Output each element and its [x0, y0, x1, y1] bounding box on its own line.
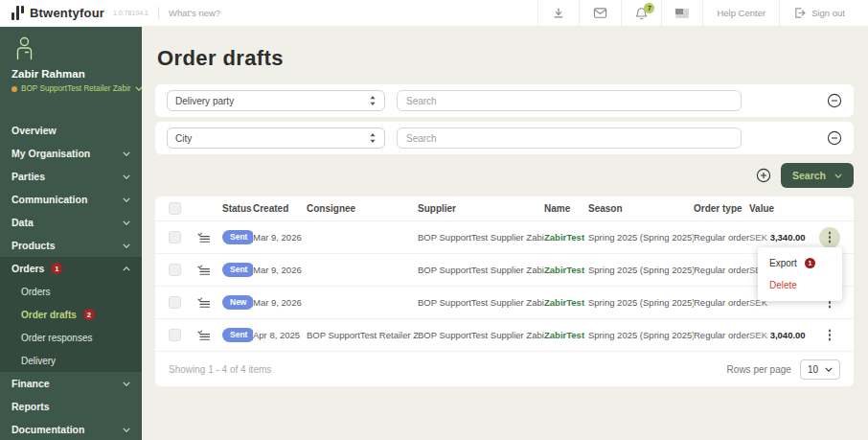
rows-per-page-select[interactable]: 10: [800, 359, 840, 380]
created-cell: Apr 8, 2025: [253, 330, 307, 340]
created-cell: Mar 9, 2026: [253, 297, 307, 308]
user-avatar-icon: [11, 35, 37, 61]
chevron-down-icon: [123, 428, 130, 432]
download-icon[interactable]: [537, 0, 579, 26]
sidebar-item-reports[interactable]: Reports: [0, 395, 142, 418]
table-header-row: Status Created Consignee Supplier Name S…: [155, 197, 854, 221]
org-selector[interactable]: BOP SupportTest Retailer Zabir: [11, 84, 130, 93]
chevron-down-icon: [825, 367, 833, 372]
sidebar: Zabir Rahman BOP SupportTest Retailer Za…: [0, 27, 142, 440]
order-type-cell: Regular order: [694, 265, 749, 275]
sidebar-subitem-delivery[interactable]: Delivery: [0, 349, 142, 372]
column-header-consignee: Consignee: [307, 203, 418, 214]
sidebar-item-my-organisation[interactable]: My Organisation: [0, 142, 142, 165]
whats-new-link[interactable]: What's new?: [169, 8, 220, 18]
chevron-up-icon: [123, 266, 130, 271]
row-checkbox[interactable]: [169, 264, 181, 276]
orders-count-badge: 1: [51, 263, 62, 274]
order-lines-icon[interactable]: [197, 265, 222, 276]
topbar: Btwentyfour 1.0.78104.1 What's new? 7 He…: [0, 0, 868, 27]
filter-field-select[interactable]: Delivery party: [167, 90, 385, 111]
sidebar-item-communication[interactable]: Communication: [0, 188, 142, 211]
chevron-down-icon: [135, 86, 142, 91]
sidebar-subitem-order-drafts[interactable]: Order drafts2: [0, 303, 142, 326]
created-cell: Mar 9, 2026: [253, 265, 307, 275]
remove-filter-icon[interactable]: [827, 130, 842, 146]
sidebar-subitem-orders[interactable]: Orders: [0, 280, 142, 303]
order-lines-icon[interactable]: [197, 330, 222, 341]
row-checkbox[interactable]: [169, 329, 181, 341]
brand-logo-icon: [11, 6, 24, 20]
order-name-link[interactable]: ZabirTest: [544, 232, 584, 243]
order-type-cell: Regular order: [694, 232, 749, 243]
row-menu-button[interactable]: [819, 227, 840, 248]
table-row: Sent Mar 9, 2026 BOP SupportTest Supplie…: [155, 221, 854, 254]
table-footer: Showing 1 - 4 of 4 items Rows per page 1…: [155, 352, 854, 386]
season-cell: Spring 2025 (Spring 2025): [588, 265, 694, 275]
supplier-cell: BOP SupportTest Supplier Zabir: [418, 330, 544, 340]
rows-per-page-label: Rows per page: [727, 364, 791, 375]
filter-field-select[interactable]: City: [167, 127, 385, 149]
sidebar-item-products[interactable]: Products: [0, 234, 142, 257]
order-name-link[interactable]: ZabirTest: [544, 297, 584, 308]
row-menu-button[interactable]: [819, 325, 840, 346]
export-menu-item[interactable]: Export 1: [758, 252, 842, 274]
chevron-down-icon: [123, 151, 130, 156]
select-all-checkbox[interactable]: [169, 202, 181, 215]
select-arrows-icon: [369, 96, 377, 105]
remove-filter-icon[interactable]: [827, 93, 842, 108]
column-header-supplier: Supplier: [418, 203, 544, 214]
order-lines-icon[interactable]: [197, 232, 222, 243]
chevron-down-icon: [123, 197, 130, 202]
help-center-link[interactable]: Help Center: [702, 0, 779, 26]
user-name: Zabir Rahman: [11, 68, 130, 80]
notifications-bell-icon[interactable]: 7: [621, 0, 661, 26]
sidebar-nav: Overview My Organisation Parties Communi…: [0, 119, 142, 440]
sidebar-item-documentation[interactable]: Documentation: [0, 418, 142, 440]
season-cell: Spring 2025 (Spring 2025): [588, 232, 694, 243]
column-header-order-type: Order type: [694, 203, 749, 214]
sidebar-item-orders[interactable]: Orders1: [0, 257, 142, 280]
search-button[interactable]: Search: [781, 163, 854, 188]
value-cell: SEK 3,340.00: [749, 232, 811, 243]
sidebar-item-parties[interactable]: Parties: [0, 165, 142, 188]
order-drafts-count-badge: 2: [83, 309, 95, 320]
sidebar-item-finance[interactable]: Finance: [0, 372, 142, 395]
order-name-link[interactable]: ZabirTest: [544, 330, 584, 340]
main-content: Order drafts Delivery party City: [142, 27, 868, 440]
language-flag-icon[interactable]: [661, 0, 702, 26]
table-row: Sent Mar 9, 2026 BOP SupportTest Supplie…: [155, 254, 854, 287]
chevron-down-icon: [123, 220, 130, 225]
chevron-down-icon: [123, 382, 130, 386]
sidebar-item-overview[interactable]: Overview: [0, 119, 142, 142]
delete-menu-item[interactable]: Delete: [758, 274, 842, 296]
messages-icon[interactable]: [579, 0, 621, 26]
sidebar-item-data[interactable]: Data: [0, 211, 142, 234]
order-type-cell: Regular order: [694, 297, 749, 308]
row-checkbox[interactable]: [169, 231, 181, 243]
consignee-cell: BOP SupportTest Retailer Zabir: [307, 330, 418, 340]
filter-search-input[interactable]: [397, 127, 742, 149]
chevron-down-icon: [123, 243, 130, 248]
created-cell: Mar 9, 2026: [253, 232, 307, 243]
brand-name: Btwentyfour: [30, 6, 104, 20]
org-name: BOP SupportTest Retailer Zabir: [21, 84, 131, 93]
filter-search-input[interactable]: [397, 90, 742, 111]
sign-out-icon: [793, 7, 806, 19]
column-header-created: Created: [253, 203, 307, 214]
add-filter-icon[interactable]: [756, 168, 771, 183]
page-title: Order drafts: [157, 46, 854, 71]
order-type-cell: Regular order: [694, 330, 749, 340]
notification-count-badge: 7: [644, 3, 654, 13]
table-row: New Mar 9, 2026 BOP SupportTest Supplier…: [155, 287, 854, 319]
status-badge: Sent: [222, 230, 253, 244]
order-name-link[interactable]: ZabirTest: [544, 265, 584, 275]
order-lines-icon[interactable]: [197, 297, 222, 309]
orders-expanded-group: Orders1 Orders Order drafts2 Order respo…: [0, 257, 142, 372]
export-count-badge: 1: [805, 258, 815, 268]
row-checkbox[interactable]: [169, 296, 181, 309]
value-cell: SEK 3,040.00: [749, 330, 811, 340]
sidebar-subitem-order-responses[interactable]: Order responses: [0, 326, 142, 349]
column-header-status: Status: [222, 203, 253, 214]
sign-out-button[interactable]: Sign out: [779, 0, 858, 26]
